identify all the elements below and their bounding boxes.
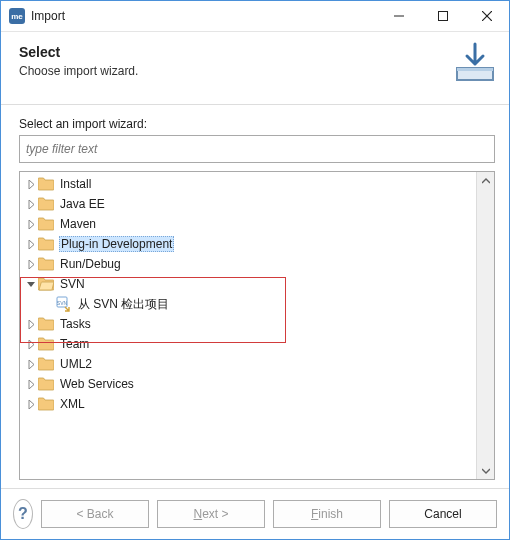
window-title: Import <box>31 9 65 23</box>
tree-item-label: SVN <box>58 277 87 291</box>
folder-icon <box>38 196 54 212</box>
scrollbar-vertical[interactable] <box>476 172 494 479</box>
svn-checkout-icon: SVN <box>56 296 72 312</box>
expander-closed-icon[interactable] <box>24 257 38 271</box>
finish-button[interactable]: Finish <box>273 500 381 528</box>
import-dialog: me Import Select Choose import wizard. S… <box>0 0 510 540</box>
scroll-track[interactable] <box>477 189 494 462</box>
wizard-tree-container: InstallJava EEMavenPlug-in DevelopmentRu… <box>19 171 495 480</box>
tree-item-label: Run/Debug <box>58 257 123 271</box>
expander-closed-icon[interactable] <box>24 217 38 231</box>
expander-open-icon[interactable] <box>24 277 38 291</box>
cancel-label: Cancel <box>424 507 461 521</box>
tree-item[interactable]: Run/Debug <box>20 254 476 274</box>
tree-item[interactable]: Tasks <box>20 314 476 334</box>
minimize-icon <box>394 11 404 21</box>
folder-icon <box>38 376 54 392</box>
folder-icon <box>38 336 54 352</box>
wizard-header: Select Choose import wizard. <box>1 32 509 105</box>
chevron-up-icon <box>482 177 490 185</box>
button-bar: ? < Back Next > Finish Cancel <box>1 488 509 539</box>
cancel-button[interactable]: Cancel <box>389 500 497 528</box>
tree-item[interactable]: SVN <box>20 274 476 294</box>
app-icon: me <box>9 8 25 24</box>
tree-item[interactable]: Maven <box>20 214 476 234</box>
next-label: Next > <box>193 507 228 521</box>
tree-item[interactable]: Team <box>20 334 476 354</box>
tree-item-label: Maven <box>58 217 98 231</box>
expander-closed-icon[interactable] <box>24 197 38 211</box>
tree-item-label: 从 SVN 检出项目 <box>76 296 171 313</box>
svg-text:SVN: SVN <box>57 300 68 306</box>
help-button[interactable]: ? <box>13 499 33 529</box>
maximize-icon <box>438 11 448 21</box>
close-button[interactable] <box>465 1 509 31</box>
expander-closed-icon[interactable] <box>24 237 38 251</box>
tree-item-label: Plug-in Development <box>59 236 174 252</box>
tree-item-label: UML2 <box>58 357 94 371</box>
filter-input[interactable] <box>19 135 495 163</box>
scroll-down-button[interactable] <box>477 462 494 479</box>
tree-item-label: Install <box>58 177 93 191</box>
minimize-button[interactable] <box>377 1 421 31</box>
import-banner-icon <box>451 38 499 89</box>
next-button[interactable]: Next > <box>157 500 265 528</box>
folder-icon <box>38 176 54 192</box>
tree-item[interactable]: Web Services <box>20 374 476 394</box>
svg-rect-5 <box>457 68 493 71</box>
folder-icon <box>38 216 54 232</box>
expander-closed-icon[interactable] <box>24 337 38 351</box>
wizard-body: Select an import wizard: InstallJava EEM… <box>1 105 509 488</box>
tree-item[interactable]: Java EE <box>20 194 476 214</box>
folder-open-icon <box>38 276 54 292</box>
finish-label: Finish <box>311 507 343 521</box>
scroll-up-button[interactable] <box>477 172 494 189</box>
wizard-tree[interactable]: InstallJava EEMavenPlug-in DevelopmentRu… <box>20 172 476 479</box>
tree-item-label: Web Services <box>58 377 136 391</box>
tree-item-label: Tasks <box>58 317 93 331</box>
tree-item[interactable]: SVN从 SVN 检出项目 <box>20 294 476 314</box>
tree-item[interactable]: Install <box>20 174 476 194</box>
back-label: < Back <box>76 507 113 521</box>
tree-item[interactable]: XML <box>20 394 476 414</box>
maximize-button[interactable] <box>421 1 465 31</box>
tree-item-label: Java EE <box>58 197 107 211</box>
folder-icon <box>38 396 54 412</box>
expander-closed-icon[interactable] <box>24 357 38 371</box>
folder-icon <box>38 236 54 252</box>
svg-rect-1 <box>439 12 448 21</box>
expander-closed-icon[interactable] <box>24 397 38 411</box>
select-wizard-label: Select an import wizard: <box>19 117 495 131</box>
tree-item[interactable]: Plug-in Development <box>20 234 476 254</box>
tree-item[interactable]: UML2 <box>20 354 476 374</box>
close-icon <box>482 11 492 21</box>
help-icon: ? <box>18 505 28 523</box>
folder-icon <box>38 316 54 332</box>
page-title: Select <box>19 44 493 60</box>
back-button[interactable]: < Back <box>41 500 149 528</box>
page-subtitle: Choose import wizard. <box>19 64 493 78</box>
chevron-down-icon <box>482 467 490 475</box>
expander-closed-icon[interactable] <box>24 177 38 191</box>
expander-closed-icon[interactable] <box>24 317 38 331</box>
folder-icon <box>38 256 54 272</box>
titlebar: me Import <box>1 1 509 32</box>
folder-icon <box>38 356 54 372</box>
expander-closed-icon[interactable] <box>24 377 38 391</box>
tree-item-label: XML <box>58 397 87 411</box>
tree-item-label: Team <box>58 337 91 351</box>
